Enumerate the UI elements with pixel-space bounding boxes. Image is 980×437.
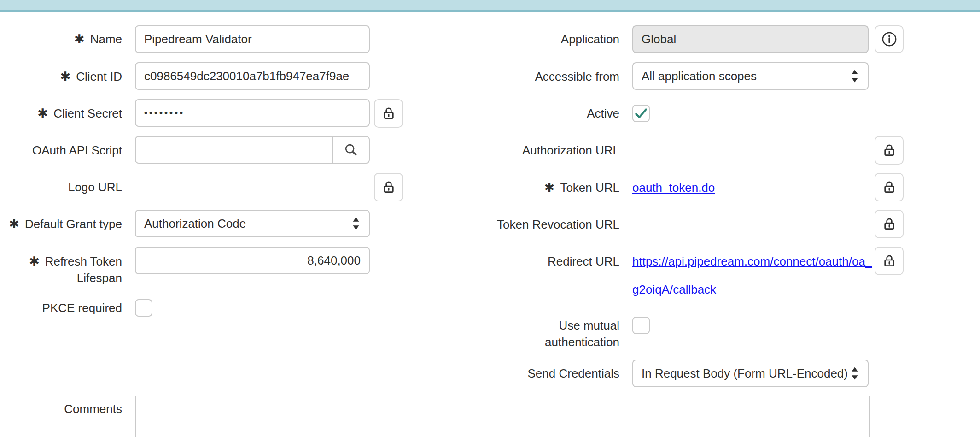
- comments-label: Comments: [0, 401, 122, 417]
- use-mutual-authentication-checkbox[interactable]: [632, 317, 650, 334]
- active-checkbox[interactable]: [632, 105, 650, 122]
- oauth-api-script-field: [135, 136, 370, 164]
- application-label: Application: [438, 31, 619, 47]
- lock-icon: [882, 217, 897, 231]
- oauth-api-script-search-button[interactable]: [332, 137, 369, 163]
- logo-url-lock-button[interactable]: [374, 173, 403, 201]
- redirect-url-link[interactable]: https://api.pipedream.com/connect/oauth/…: [632, 253, 872, 298]
- lock-icon: [381, 106, 396, 121]
- send-credentials-select[interactable]: In Request Body (Form URL-Encoded): [632, 360, 869, 387]
- token-url-label: ✱Token URL: [438, 179, 619, 196]
- name-input[interactable]: [135, 25, 370, 53]
- oauth-api-script-input[interactable]: [136, 137, 332, 163]
- token-url-link[interactable]: oauth_token.do: [632, 179, 715, 196]
- refresh-token-lifespan-input[interactable]: [135, 247, 370, 274]
- oauth-api-script-label: OAuth API Script: [0, 142, 122, 159]
- lock-icon: [882, 254, 897, 268]
- use-mutual-authentication-label: Use mutual authentication: [438, 317, 619, 350]
- section-header-strip: [0, 0, 980, 12]
- authorization-url-label: Authorization URL: [438, 142, 619, 159]
- redirect-url-lock-button[interactable]: [875, 247, 904, 275]
- token-revocation-url-lock-button[interactable]: [875, 210, 904, 238]
- client-id-label: ✱Client ID: [0, 68, 122, 85]
- token-url-lock-button[interactable]: [875, 173, 904, 201]
- required-icon: ✱: [29, 253, 40, 270]
- lock-icon: [882, 180, 897, 195]
- lock-icon: [381, 180, 396, 195]
- select-arrows-icon: [850, 366, 859, 381]
- info-icon: [881, 31, 898, 47]
- required-icon: ✱: [9, 216, 19, 232]
- active-label: Active: [438, 105, 619, 122]
- required-icon: ✱: [544, 179, 555, 196]
- select-arrows-icon: [850, 69, 859, 83]
- authorization-url-lock-button[interactable]: [875, 136, 904, 165]
- client-id-input[interactable]: [135, 62, 370, 90]
- application-info-button[interactable]: [875, 25, 904, 53]
- search-icon: [343, 142, 359, 158]
- pkce-required-checkbox[interactable]: [135, 299, 152, 317]
- application-field: [632, 25, 869, 53]
- client-secret-input[interactable]: [135, 99, 370, 127]
- lock-icon: [882, 143, 897, 158]
- pkce-required-label: PKCE required: [0, 300, 122, 316]
- logo-url-label: Logo URL: [0, 179, 122, 195]
- required-icon: ✱: [74, 31, 85, 47]
- refresh-token-lifespan-label: ✱Refresh Token Lifespan: [0, 253, 122, 286]
- checkmark-icon: [634, 106, 648, 121]
- accessible-from-label: Accessible from: [438, 68, 619, 85]
- send-credentials-label: Send Credentials: [438, 365, 619, 382]
- accessible-from-select[interactable]: All application scopes: [632, 62, 869, 90]
- comments-textarea[interactable]: [135, 396, 870, 437]
- client-secret-label: ✱Client Secret: [0, 105, 122, 122]
- redirect-url-label: Redirect URL: [438, 253, 619, 270]
- name-label: ✱Name: [0, 31, 122, 47]
- token-revocation-url-label: Token Revocation URL: [438, 216, 619, 233]
- default-grant-type-label: ✱Default Grant type: [0, 216, 122, 232]
- required-icon: ✱: [60, 68, 71, 85]
- select-arrows-icon: [351, 216, 361, 231]
- client-secret-lock-button[interactable]: [374, 99, 403, 128]
- default-grant-type-select[interactable]: Authorization Code: [135, 210, 370, 237]
- required-icon: ✱: [38, 105, 48, 122]
